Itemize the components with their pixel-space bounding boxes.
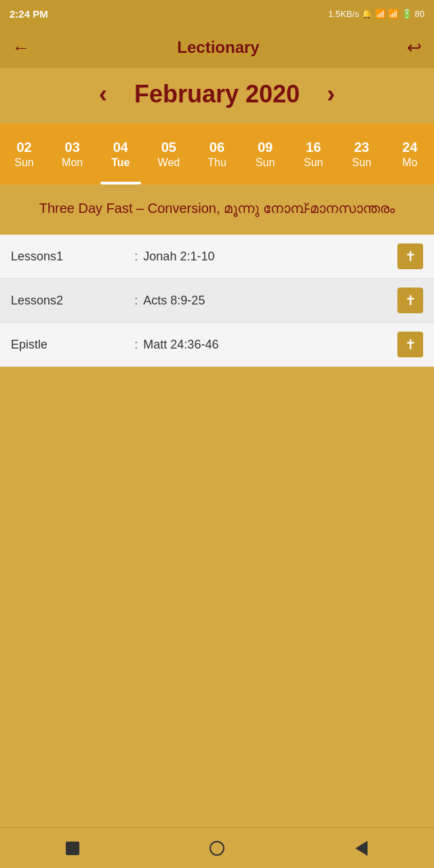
lesson-value: Jonah 2:1-10 <box>143 250 391 264</box>
date-number: 24 <box>402 140 417 155</box>
date-number: 16 <box>306 140 321 155</box>
date-number: 05 <box>161 140 176 155</box>
lesson-row: Epistle : Matt 24:36-46✝ <box>0 323 434 367</box>
date-day-label: Mon <box>62 157 83 169</box>
date-number: 06 <box>210 140 224 155</box>
date-number: 04 <box>113 140 128 155</box>
bottom-nav <box>0 827 434 868</box>
date-number: 02 <box>16 140 31 155</box>
date-day-label: Sun <box>304 157 323 169</box>
lesson-label: Lessons2 <box>11 294 134 308</box>
page-title: Lectionary <box>177 38 259 57</box>
lesson-row: Lessons2 : Acts 8:9-25✝ <box>0 279 434 323</box>
date-day-label: Sun <box>256 157 275 169</box>
date-day-label: Thu <box>208 157 226 169</box>
back-nav-button[interactable] <box>344 835 378 862</box>
lesson-row: Lessons1 : Jonah 2:1-10✝ <box>0 235 434 279</box>
date-item[interactable]: 09Sun <box>241 123 290 184</box>
lesson-colon: : <box>134 250 138 264</box>
month-header: ‹ February 2020 › <box>0 68 434 123</box>
status-right: 1.5KB/s 🔔 📶 📶 🔋 80 <box>328 9 425 19</box>
lesson-colon: : <box>134 294 138 308</box>
cross-button[interactable]: ✝ <box>397 288 423 313</box>
date-number: 23 <box>354 140 369 155</box>
back-button[interactable]: ← <box>12 37 30 58</box>
next-month-button[interactable]: › <box>327 82 335 106</box>
status-info: 1.5KB/s 🔔 📶 📶 🔋 80 <box>328 9 425 19</box>
lesson-colon: : <box>134 338 138 352</box>
date-item[interactable]: 04Tue <box>96 123 144 184</box>
date-number: 03 <box>65 140 80 155</box>
stop-button[interactable] <box>56 835 90 862</box>
date-item[interactable]: 24Mo <box>386 123 434 184</box>
main-background <box>0 367 434 706</box>
date-item[interactable]: 03Mon <box>48 123 96 184</box>
date-item[interactable]: 16Sun <box>290 123 338 184</box>
event-section: Three Day Fast – Conversion, മൂന്നു നോമ്… <box>0 184 434 235</box>
date-day-label: Sun <box>14 157 33 169</box>
event-title: Three Day Fast – Conversion, മൂന്നു നോമ്… <box>39 201 395 216</box>
lesson-label: Epistle <box>11 338 134 352</box>
lesson-value: Matt 24:36-46 <box>143 338 391 352</box>
date-item[interactable]: 23Sun <box>338 123 386 184</box>
cross-button[interactable]: ✝ <box>397 332 423 357</box>
date-item[interactable]: 05Wed <box>144 123 193 184</box>
date-item[interactable]: 06Thu <box>193 123 241 184</box>
date-day-label: Mo <box>402 157 417 169</box>
date-strip: 02Sun03Mon04Tue05Wed06Thu09Sun16Sun23Sun… <box>0 123 434 184</box>
date-number: 09 <box>258 140 273 155</box>
status-time: 2:24 PM <box>9 8 48 20</box>
prev-month-button[interactable]: ‹ <box>99 82 107 106</box>
date-item[interactable]: 02Sun <box>0 123 48 184</box>
home-button[interactable] <box>200 835 234 862</box>
lessons-list: Lessons1 : Jonah 2:1-10✝Lessons2 : Acts … <box>0 235 434 367</box>
date-day-label: Wed <box>158 157 180 169</box>
undo-button[interactable]: ↩ <box>407 37 422 58</box>
toolbar: ← Lectionary ↩ <box>0 27 434 68</box>
lesson-value: Acts 8:9-25 <box>143 294 391 308</box>
status-bar: 2:24 PM 1.5KB/s 🔔 📶 📶 🔋 80 <box>0 0 434 27</box>
date-day-label: Tue <box>111 157 130 169</box>
month-title: February 2020 <box>134 80 300 108</box>
date-day-label: Sun <box>352 157 371 169</box>
cross-button[interactable]: ✝ <box>397 243 423 269</box>
lesson-label: Lessons1 <box>11 250 134 264</box>
